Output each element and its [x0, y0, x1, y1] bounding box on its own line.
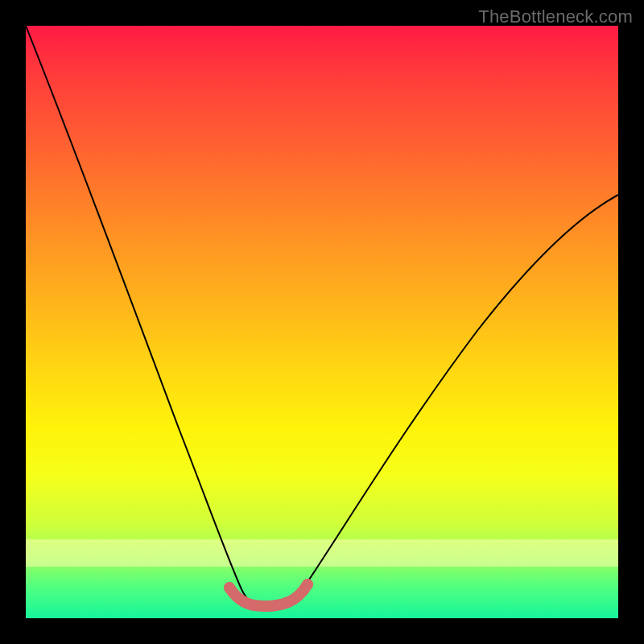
curve-layer	[26, 26, 618, 618]
svg-point-0	[224, 582, 235, 593]
attribution-text: TheBottleneck.com	[478, 6, 633, 27]
chart-frame: TheBottleneck.com	[0, 0, 644, 644]
curve-left-branch	[26, 26, 258, 604]
curve-right-branch	[283, 195, 618, 604]
plot-area	[26, 26, 618, 618]
svg-point-1	[302, 579, 313, 590]
